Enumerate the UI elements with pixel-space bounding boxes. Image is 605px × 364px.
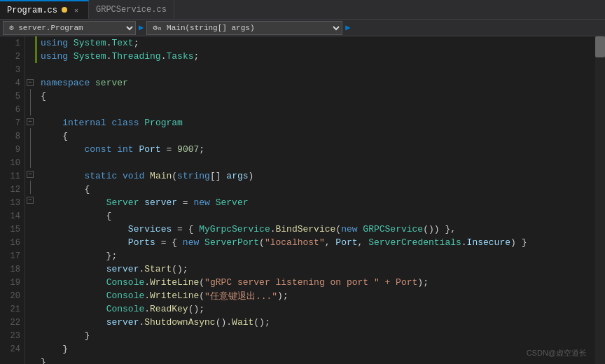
- token: []: [210, 171, 226, 181]
- tab-program[interactable]: Program.cs ✕: [0, 0, 89, 19]
- col-7[interactable]: −: [27, 118, 34, 125]
- token: [41, 197, 106, 208]
- token: .: [144, 277, 150, 288]
- token: Services: [128, 224, 172, 234]
- token: );: [277, 290, 288, 301]
- token: [106, 118, 112, 128]
- col-1: [25, 36, 35, 50]
- code-line-8: {: [35, 130, 595, 143]
- token: Console: [106, 290, 145, 301]
- ln-3: 3: [0, 63, 25, 76]
- code-line-5: {: [35, 90, 595, 103]
- token: Wait: [232, 317, 253, 328]
- token: ) }: [510, 237, 527, 248]
- ln-24: 24: [0, 342, 25, 356]
- token: .: [106, 38, 112, 48]
- vertical-scrollbar[interactable]: [595, 36, 605, 364]
- ln-22: 22: [0, 316, 25, 329]
- token: {: [41, 184, 90, 195]
- line-numbers: 1 2 3 4 5 6 7 8 9 10 11 12 13 14 15 16 1…: [0, 36, 25, 364]
- token: ): [249, 171, 254, 181]
- col-13[interactable]: −: [27, 197, 34, 204]
- code-line-4: namespace server: [35, 76, 595, 90]
- code-line-15: Services = { MyGrpcService.BindService(n…: [35, 223, 595, 236]
- method-select[interactable]: ⚙ₘ Main(string[] args): [146, 21, 342, 35]
- token: [68, 38, 74, 48]
- breadcrumb-bar: ⚙ server.Program ▶ ⚙ₘ Main(string[] args…: [0, 20, 605, 36]
- ln-13: 13: [0, 196, 25, 209]
- token: }: [41, 344, 68, 354]
- code-line-17: 💡 };: [35, 249, 595, 262]
- code-line-18: server.Start();: [35, 262, 595, 276]
- tab-program-dot: [62, 6, 67, 15]
- token: Console: [106, 277, 145, 288]
- token: ShutdownAsync: [144, 317, 215, 328]
- code-line-9: const int Port = 9007;: [35, 143, 595, 156]
- token: [144, 171, 150, 181]
- token: new: [193, 197, 209, 208]
- token: Start: [144, 264, 172, 274]
- token: }: [41, 330, 90, 341]
- tab-grpc-label: GRPCService.cs: [96, 5, 167, 15]
- code-line-24: }: [35, 342, 595, 356]
- token: [358, 224, 363, 234]
- tab-program-close[interactable]: ✕: [71, 6, 81, 15]
- code-content[interactable]: using System.Text; using System.Threadin…: [35, 36, 595, 364]
- col-2: [25, 50, 35, 63]
- token: [111, 144, 117, 155]
- token: };: [41, 251, 117, 261]
- token: Main: [150, 171, 172, 181]
- col-5: [30, 89, 31, 102]
- ln-6: 6: [0, 103, 25, 116]
- col-11[interactable]: −: [27, 171, 34, 178]
- token: [68, 51, 74, 62]
- token: [41, 118, 62, 128]
- ln-20: 20: [0, 289, 25, 302]
- token: args: [226, 171, 248, 181]
- tab-grpc[interactable]: GRPCService.cs: [89, 0, 174, 19]
- token: [199, 237, 204, 248]
- code-area: 1 2 3 4 5 6 7 8 9 10 11 12 13 14 15 16 1…: [0, 36, 605, 364]
- token: Server: [106, 197, 139, 208]
- token: string: [177, 171, 210, 181]
- ln-2: 2: [0, 50, 25, 63]
- namespace-select[interactable]: ⚙ server.Program: [3, 21, 136, 35]
- ln-19: 19: [0, 276, 25, 289]
- breadcrumb-arrow: ▶: [137, 22, 145, 33]
- token: [41, 317, 106, 328]
- token: Server: [216, 197, 249, 208]
- code-line-2: using System.Threading.Tasks;: [35, 50, 595, 63]
- code-line-10: [35, 156, 595, 169]
- ln-15: 15: [0, 223, 25, 236]
- token: int: [117, 144, 133, 155]
- token: [117, 171, 123, 181]
- token: Port: [335, 237, 357, 248]
- code-line-12: {: [35, 183, 595, 196]
- col-12: [30, 181, 31, 194]
- token: namespace: [41, 78, 90, 88]
- token: [139, 118, 144, 128]
- token: [41, 304, 106, 314]
- ln-9: 9: [0, 143, 25, 156]
- ln-14: 14: [0, 209, 25, 223]
- token: Threading: [111, 51, 160, 62]
- col-6: [30, 102, 31, 115]
- code-line-13: Server server = new Server: [35, 196, 595, 209]
- token: class: [111, 118, 139, 128]
- token: System: [74, 51, 106, 62]
- token: [210, 197, 216, 208]
- code-line-23: }: [35, 329, 595, 342]
- col-8: [30, 128, 31, 141]
- ln-5: 5: [0, 90, 25, 103]
- token: [41, 290, 106, 301]
- token: {: [41, 131, 68, 141]
- code-line-14: {: [35, 209, 595, 223]
- token: .: [106, 51, 112, 62]
- col-4[interactable]: −: [27, 79, 34, 86]
- breadcrumb-arrow2: ▶: [344, 22, 352, 33]
- token: WriteLine: [150, 277, 199, 288]
- token: WriteLine: [150, 290, 199, 301]
- token: [139, 197, 144, 208]
- token: ReadKey: [150, 304, 188, 314]
- token: [41, 224, 128, 234]
